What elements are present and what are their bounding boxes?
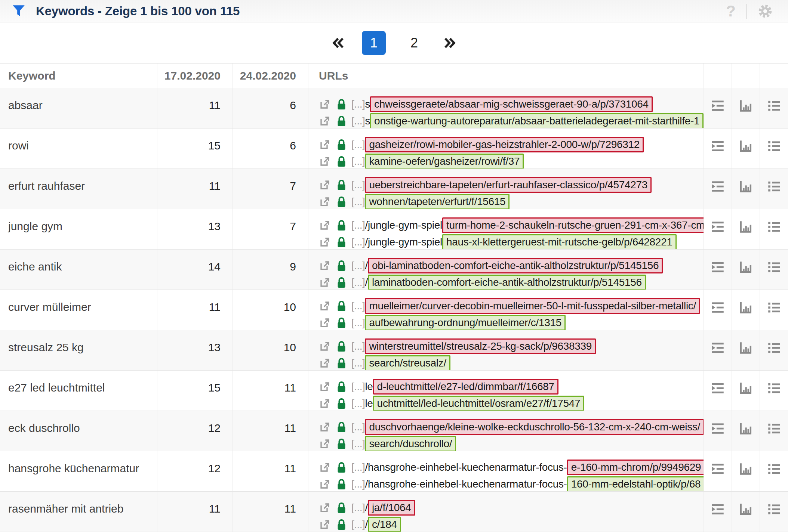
- external-link-icon[interactable]: [319, 236, 331, 248]
- indent-icon[interactable]: [704, 411, 732, 451]
- external-link-icon[interactable]: [319, 300, 331, 312]
- bar-chart-icon[interactable]: [732, 492, 760, 532]
- list-icon[interactable]: [760, 492, 788, 532]
- external-link-icon[interactable]: [319, 276, 331, 288]
- indent-icon[interactable]: [704, 88, 732, 128]
- bar-chart-icon[interactable]: [732, 169, 760, 209]
- rank-date1-value: 13: [157, 209, 233, 249]
- indent-icon[interactable]: [704, 290, 732, 330]
- pagination: 1 2: [0, 22, 788, 63]
- external-link-icon[interactable]: [319, 155, 331, 167]
- indent-icon[interactable]: [704, 451, 732, 491]
- pagination-prev-icon[interactable]: [331, 36, 345, 50]
- external-link-icon[interactable]: [319, 260, 331, 272]
- list-icon[interactable]: [760, 129, 788, 168]
- url-highlight: turm-home-2-schaukeln-rutsche-gruen-291-…: [442, 217, 704, 233]
- filter-icon[interactable]: [11, 4, 26, 19]
- external-link-icon[interactable]: [319, 340, 331, 352]
- help-icon[interactable]: ?: [726, 3, 736, 19]
- external-link-icon[interactable]: [319, 98, 331, 110]
- external-link-icon[interactable]: [319, 317, 331, 329]
- external-link-icon[interactable]: [319, 398, 331, 409]
- url-entry-old: [...]led-leuchtmittel/e27-led/dimmbar/f/…: [319, 378, 704, 395]
- indent-icon[interactable]: [704, 169, 732, 209]
- url-truncation-ellipsis: [...]: [351, 317, 365, 329]
- column-header-date2[interactable]: 24.02.2020: [233, 64, 308, 88]
- external-link-icon[interactable]: [319, 502, 331, 514]
- indent-icon[interactable]: [704, 371, 732, 411]
- url-highlight: wohnen/tapeten/erfurt/f/15615: [365, 194, 510, 209]
- url-highlight: aufbewahrung-ordnung/muelleimer/c/1315: [365, 315, 566, 330]
- gear-icon[interactable]: [757, 3, 773, 19]
- column-header-keyword[interactable]: Keyword: [0, 64, 157, 88]
- bar-chart-icon[interactable]: [732, 129, 760, 168]
- external-link-icon[interactable]: [319, 196, 331, 208]
- lock-icon: [336, 276, 347, 288]
- bar-chart-icon[interactable]: [732, 330, 760, 370]
- url-highlight: haus-xl-klettergeruest-mit-rutsche-gelb/…: [442, 234, 677, 250]
- keyword-label: eiche antik: [0, 250, 157, 290]
- list-icon[interactable]: [760, 88, 788, 128]
- url-entry-old: [...]ueberstreichbare-tapeten/erfurt-rau…: [319, 176, 704, 193]
- url-highlight: 160-mm-edelstahl-optik/p/68: [567, 476, 704, 492]
- table-body: absaar 11 6 [...]schweissgeraete/absaar-…: [0, 88, 788, 532]
- url-prefix: /: [365, 502, 367, 514]
- url-highlight: onstige-wartung-autoreparatur/absaar-bat…: [370, 113, 704, 129]
- url-truncation-ellipsis: [...]: [351, 461, 365, 473]
- external-link-icon[interactable]: [319, 461, 331, 473]
- external-link-icon[interactable]: [319, 381, 331, 393]
- urls-cell: [...]/obi-laminatboden-comfort-eiche-ant…: [308, 250, 704, 290]
- list-icon[interactable]: [760, 290, 788, 330]
- bar-chart-icon[interactable]: [732, 411, 760, 451]
- bar-chart-icon[interactable]: [732, 290, 760, 330]
- list-icon[interactable]: [760, 330, 788, 370]
- url-truncation-ellipsis: [...]: [351, 236, 365, 248]
- indent-icon[interactable]: [704, 330, 732, 370]
- url-truncation-ellipsis: [...]: [351, 260, 365, 272]
- lock-icon: [336, 461, 347, 473]
- indent-icon[interactable]: [704, 492, 732, 532]
- column-header-date1[interactable]: 17.02.2020: [157, 64, 233, 88]
- indent-icon[interactable]: [704, 129, 732, 168]
- bar-chart-icon[interactable]: [732, 209, 760, 249]
- bar-chart-icon[interactable]: [732, 371, 760, 411]
- pagination-page-2[interactable]: 2: [402, 31, 426, 55]
- rank-date1-value: 11: [157, 492, 233, 532]
- external-link-icon[interactable]: [319, 519, 331, 531]
- url-truncation-ellipsis: [...]: [351, 357, 365, 369]
- url-highlight: e-160-mm-chrom/p/9949629: [567, 460, 704, 475]
- external-link-icon[interactable]: [319, 139, 331, 151]
- lock-icon: [336, 421, 347, 433]
- external-link-icon[interactable]: [319, 115, 331, 127]
- list-icon[interactable]: [760, 411, 788, 451]
- urls-cell: [...]/jungle-gym-spielturm-home-2-schauk…: [308, 209, 704, 249]
- url-entry-old: [...]muelleimer/curver-decobin-muelleime…: [319, 297, 704, 314]
- external-link-icon[interactable]: [319, 438, 331, 450]
- external-link-icon[interactable]: [319, 478, 331, 490]
- url-highlight: ueberstreichbare-tapeten/erfurt-rauhfase…: [365, 177, 652, 193]
- url-truncation-ellipsis: [...]: [351, 519, 365, 531]
- external-link-icon[interactable]: [319, 219, 331, 231]
- list-icon[interactable]: [760, 169, 788, 209]
- list-icon[interactable]: [760, 209, 788, 249]
- list-icon[interactable]: [760, 250, 788, 290]
- url-entry-new: [...]leuchtmittel/led-leuchtmittel/osram…: [319, 395, 704, 411]
- external-link-icon[interactable]: [319, 357, 331, 369]
- rank-date2-value: 11: [233, 451, 308, 491]
- rank-date2-value: 11: [233, 492, 308, 532]
- list-icon[interactable]: [760, 371, 788, 411]
- indent-icon[interactable]: [704, 209, 732, 249]
- lock-icon: [336, 196, 347, 208]
- external-link-icon[interactable]: [319, 179, 331, 191]
- pagination-next-icon[interactable]: [443, 36, 457, 50]
- column-header-urls[interactable]: URLs: [308, 64, 704, 88]
- indent-icon[interactable]: [704, 250, 732, 290]
- bar-chart-icon[interactable]: [732, 88, 760, 128]
- external-link-icon[interactable]: [319, 421, 331, 433]
- bar-chart-icon[interactable]: [732, 250, 760, 290]
- rank-date2-value: 11: [233, 411, 308, 451]
- pagination-page-1[interactable]: 1: [362, 31, 386, 55]
- bar-chart-icon[interactable]: [732, 451, 760, 491]
- url-highlight: search/duschrollo/: [365, 436, 456, 451]
- list-icon[interactable]: [760, 451, 788, 491]
